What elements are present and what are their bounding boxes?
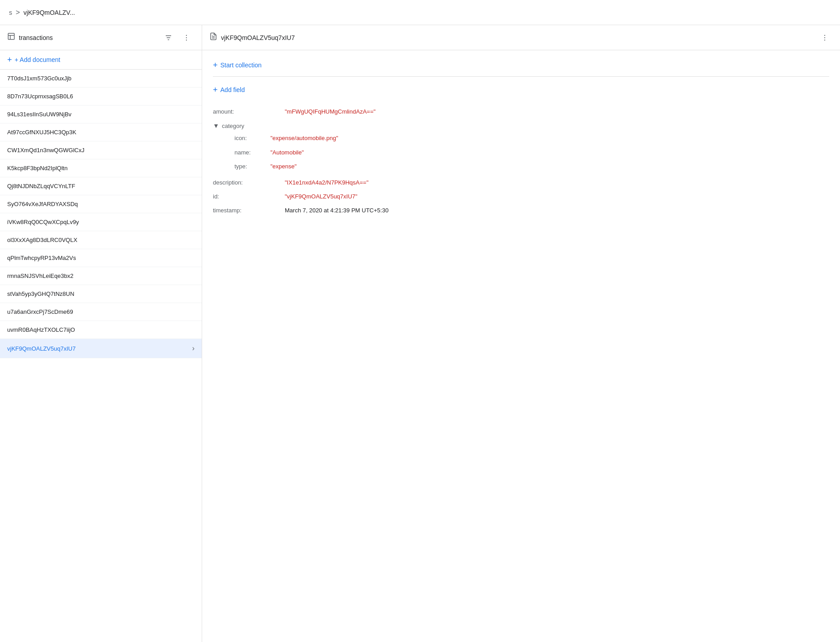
filter-button[interactable] [160, 30, 177, 46]
list-item[interactable]: iVKw8RqQ0CQwXCpqLv9y [0, 213, 202, 231]
collection-actions [160, 30, 195, 46]
svg-point-13 [824, 37, 825, 38]
add-document-plus-icon: + [7, 56, 12, 64]
doc-id-label: 8D7n73UcprnxsagSB0L6 [7, 93, 73, 100]
doc-id-label: 94Ls31esIInSuUW9NjBv [7, 111, 71, 118]
doc-id-label: iVKw8RqQ0CQwXCpqLv9y [7, 219, 79, 225]
svg-point-12 [824, 35, 825, 35]
list-item[interactable]: ol3XxXAg8D3dLRC0VQLX [0, 231, 202, 249]
list-item[interactable]: u7a6anGrxcPj7ScDme69 [0, 303, 202, 321]
doc-id-label: Qj8tNJDNbZLqqVCYnLTF [7, 183, 75, 189]
doc-id-label: vjKF9QmOALZV5uq7xIU7 [7, 345, 75, 352]
start-collection-button[interactable]: + Start collection [213, 57, 829, 77]
field-category-name-key: name: [234, 147, 270, 158]
category-key: category [222, 123, 244, 129]
list-item[interactable]: 8D7n73UcprnxsagSB0L6 [0, 88, 202, 106]
doc-id-label: u7a6anGrxcPj7ScDme69 [7, 308, 73, 315]
svg-point-14 [824, 40, 825, 40]
doc-id-label: 7T0dsJ1xm573Gc0uxJjb [7, 75, 71, 82]
document-icon [209, 32, 217, 43]
doc-id-label: qPlmTwhcpyRP13vMa2Vs [7, 255, 76, 261]
main-layout: transactions [0, 25, 840, 642]
doc-id-label: SyO764vXeJfARDYAXSDq [7, 201, 78, 207]
field-description-key: description: [213, 177, 285, 188]
right-panel: vjKF9QmOALZV5uq7xIU7 + Start collection … [202, 25, 840, 642]
field-id-value: "vjKF9QmOALZV5uq7xIU7" [285, 191, 358, 202]
start-collection-label: Start collection [221, 62, 262, 69]
collection-name: transactions [19, 34, 157, 41]
field-timestamp: timestamp: March 7, 2020 at 4:21:39 PM U… [213, 203, 829, 217]
list-item[interactable]: qPlmTwhcpyRP13vMa2Vs [0, 249, 202, 267]
field-category-icon: icon: "expense/automobile.png" [234, 131, 829, 145]
field-category-name: name: "Automobile" [234, 145, 829, 159]
doc-id-label: uvmR0BAqHzTXOLC7iijO [7, 326, 75, 333]
category-expand-button[interactable]: ▼ category [213, 120, 829, 131]
start-collection-plus-icon: + [213, 61, 218, 69]
svg-rect-0 [8, 33, 14, 40]
field-timestamp-value: March 7, 2020 at 4:21:39 PM UTC+5:30 [285, 205, 389, 215]
svg-point-8 [186, 40, 187, 40]
breadcrumb-bar: s > vjKF9QmOALZV... [0, 0, 840, 25]
field-amount-key: amount: [213, 106, 285, 117]
field-category-icon-value: "expense/automobile.png" [270, 133, 338, 143]
breadcrumb-current: vjKF9QmOALZV... [23, 9, 75, 16]
list-item[interactable]: K5kcp8F3bpNd2IplQltn [0, 159, 202, 177]
add-field-plus-icon: + [213, 86, 218, 94]
add-field-button[interactable]: + Add field [213, 84, 829, 101]
list-item[interactable]: SyO764vXeJfARDYAXSDq [0, 195, 202, 213]
svg-point-6 [186, 35, 187, 35]
document-header: vjKF9QmOALZV5uq7xIU7 [202, 25, 840, 50]
field-amount: amount: "mFWgUQIFqHUMgCmlindAzA==" [213, 105, 829, 119]
category-subfields: icon: "expense/automobile.png" name: "Au… [213, 131, 829, 173]
expand-icon: ▼ [213, 122, 220, 129]
field-id: id: "vjKF9QmOALZV5uq7xIU7" [213, 189, 829, 203]
list-item[interactable]: 94Ls31esIInSuUW9NjBv [0, 106, 202, 123]
field-description-value: "IX1e1nxdA4a2/N7PK9HqsA==" [285, 177, 368, 188]
field-category-name-value: "Automobile" [270, 147, 304, 158]
field-category: ▼ category icon: "expense/automobile.png… [213, 120, 829, 173]
document-more-button[interactable] [817, 30, 833, 46]
list-item[interactable]: rmnaSNJSVhLeiEqe3bx2 [0, 267, 202, 285]
field-timestamp-key: timestamp: [213, 205, 285, 215]
doc-id-label: stVah5yp3yGHQ7tNz8UN [7, 290, 74, 297]
svg-point-7 [186, 37, 187, 38]
list-item[interactable]: 7T0dsJ1xm573Gc0uxJjb [0, 70, 202, 88]
breadcrumb-separator: > [16, 9, 20, 17]
breadcrumb-prev: s [9, 9, 12, 16]
field-category-type: type: "expense" [234, 159, 829, 173]
list-item[interactable]: CW1XmQd1n3nwQGWGlCxJ [0, 141, 202, 159]
add-field-label: Add field [221, 86, 245, 93]
doc-id-label: rmnaSNJSVhLeiEqe3bx2 [7, 273, 73, 279]
add-document-label: + Add document [15, 56, 61, 63]
list-item[interactable]: uvmR0BAqHzTXOLC7iijO [0, 321, 202, 339]
field-category-type-value: "expense" [270, 161, 296, 171]
field-id-key: id: [213, 191, 285, 202]
document-content: + Start collection + Add field amount: "… [202, 50, 840, 642]
collection-header: transactions [0, 25, 202, 50]
doc-id-label: ol3XxXAg8D3dLRC0VQLX [7, 237, 77, 243]
doc-id-label: CW1XmQd1n3nwQGWGlCxJ [7, 147, 84, 154]
list-item[interactable]: Qj8tNJDNbZLqqVCYnLTF [0, 177, 202, 195]
field-description: description: "IX1e1nxdA4a2/N7PK9HqsA==" [213, 176, 829, 189]
field-category-type-key: type: [234, 161, 270, 171]
doc-id-label: At97ccGfNXUJ5HC3Qp3K [7, 129, 76, 136]
field-amount-value: "mFWgUQIFqHUMgCmlindAzA==" [285, 106, 376, 117]
document-list: 7T0dsJ1xm573Gc0uxJjb8D7n73UcprnxsagSB0L6… [0, 70, 202, 642]
add-document-button[interactable]: + + Add document [0, 50, 202, 70]
document-id-header: vjKF9QmOALZV5uq7xIU7 [221, 34, 813, 41]
list-item[interactable]: At97ccGfNXUJ5HC3Qp3K [0, 123, 202, 141]
list-item[interactable]: vjKF9QmOALZV5uq7xIU7› [0, 339, 202, 358]
field-category-icon-key: icon: [234, 133, 270, 143]
doc-id-label: K5kcp8F3bpNd2IplQltn [7, 165, 67, 171]
chevron-right-icon: › [192, 344, 195, 352]
collection-icon [7, 32, 15, 43]
left-panel: transactions [0, 25, 202, 642]
list-item[interactable]: stVah5yp3yGHQ7tNz8UN [0, 285, 202, 303]
collection-more-button[interactable] [178, 30, 195, 46]
